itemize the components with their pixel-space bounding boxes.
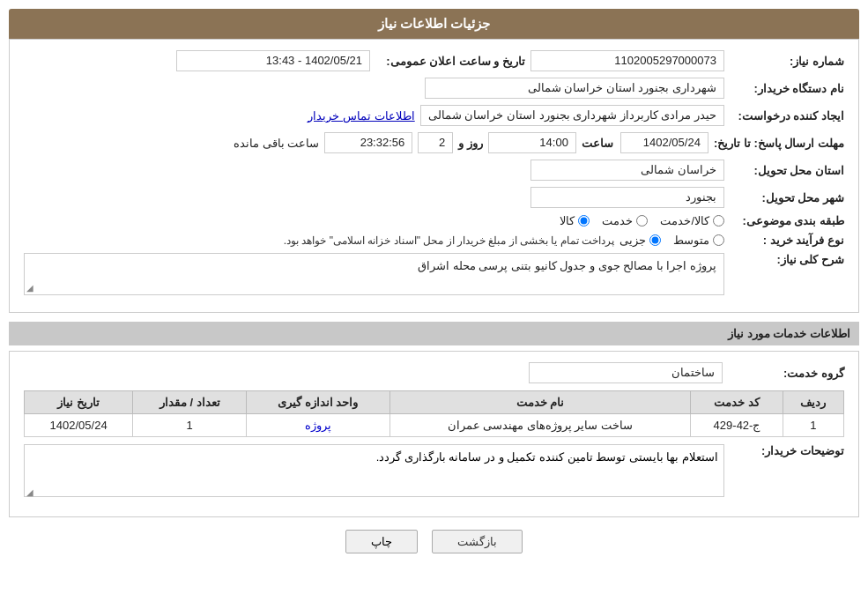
- mohlat-mande-value: 23:32:56: [324, 132, 412, 153]
- sharh-koli-box: پروژه اجرا با مصالح جوی و جدول کانیو بتن…: [24, 253, 724, 295]
- table-cell-2: ساخت سایر پروژه‌های مهندسی عمران: [389, 414, 690, 437]
- tarikh-value: 1402/05/21 - 13:43: [176, 50, 370, 71]
- sharh-koli-label: شرح کلی نیاز:: [730, 253, 844, 266]
- row-ostan: استان محل تحویل: خراسان شمالی: [24, 160, 844, 181]
- button-row: بازگشت چاپ: [9, 530, 859, 553]
- radio-jozei-label: جزیی: [619, 234, 646, 247]
- radio-khadamat[interactable]: [636, 215, 648, 227]
- col-radif: ردیف: [783, 391, 843, 414]
- radio-khadamat-item: خدمت: [602, 214, 648, 227]
- tabaqe-radio-group: کالا/خدمت خدمت کالا: [560, 214, 724, 227]
- noe-farayand-label: نوع فرآیند خرید :: [730, 234, 844, 247]
- radio-jozei[interactable]: [649, 234, 661, 246]
- farayand-radio-group: متوسط جزیی: [619, 234, 724, 247]
- tosih-label: توضیحات خریدار:: [730, 444, 844, 457]
- row-tosih: توضیحات خریدار: ◢: [24, 444, 844, 500]
- col-tarikh: تاریخ نیاز: [25, 391, 133, 414]
- mohlat-mande-label: ساعت باقی مانده: [234, 137, 319, 150]
- radio-jozei-item: جزیی: [619, 234, 661, 247]
- noe-farayand-desc: پرداخت تمام یا بخشی از مبلغ خریدار از مح…: [284, 234, 614, 247]
- radio-khadamat-label: خدمت: [602, 214, 633, 227]
- sharh-koli-value: پروژه اجرا با مصالح جوی و جدول کانیو بتن…: [418, 259, 716, 272]
- row-tabaqe: طبقه بندی موضوعی: کالا/خدمت خدمت کالا: [24, 214, 844, 227]
- khadamat-box: گروه خدمت: ساختمان ردیف کد خدمت نام خدمت…: [9, 351, 859, 517]
- mohlat-saat-label: ساعت: [582, 137, 613, 150]
- khadamat-info-label: اطلاعات خدمات مورد نیاز: [728, 327, 850, 340]
- page-wrapper: جزئیات اطلاعات نیاز شماره نیاز: 11020052…: [0, 0, 868, 568]
- table-cell-0: 1: [783, 414, 843, 437]
- radio-kala-label: کالا: [560, 214, 575, 227]
- ijad-konnande-label: ایجاد کننده درخواست:: [730, 109, 844, 123]
- row-noe-farayand: نوع فرآیند خرید : متوسط جزیی پرداخت تمام…: [24, 234, 844, 247]
- radio-kala-khadamat-item: کالا/خدمت: [660, 214, 724, 227]
- back-button[interactable]: بازگشت: [432, 530, 523, 553]
- print-button[interactable]: چاپ: [345, 530, 418, 553]
- mohlat-date-value: 1402/05/24: [620, 132, 708, 153]
- table-cell-1: ج-42-429: [691, 414, 783, 437]
- group-row: گروه خدمت: ساختمان: [24, 362, 844, 383]
- radio-kala-khadamat-label: کالا/خدمت: [660, 214, 709, 227]
- mohlat-roz-value: 2: [418, 132, 453, 153]
- khadamat-section-header: اطلاعات خدمات مورد نیاز: [9, 322, 859, 345]
- col-tedad: تعداد / مقدار: [133, 391, 247, 414]
- mohlat-label: مهلت ارسال پاسخ: تا تاریخ:: [714, 137, 844, 150]
- resize-handle[interactable]: ◢: [26, 283, 33, 293]
- ijad-konnande-value: حیدر مرادی کاربرداز شهرداری بجنورد استان…: [420, 105, 724, 126]
- row-nam-dastgah: نام دستگاه خریدار: شهرداری بجنورد استان …: [24, 78, 844, 99]
- row-sharh-koli: شرح کلی نیاز: پروژه اجرا با مصالح جوی و …: [24, 253, 844, 295]
- row-shomare-tarikh: شماره نیاز: 1102005297000073 تاریخ و ساع…: [24, 50, 844, 71]
- nam-dastgah-value: شهرداری بجنورد استان خراسان شمالی: [425, 78, 724, 99]
- shahr-label: شهر محل تحویل:: [730, 191, 844, 204]
- ostan-label: استان محل تحویل:: [730, 164, 844, 177]
- main-content-box: شماره نیاز: 1102005297000073 تاریخ و ساع…: [9, 39, 859, 313]
- table-cell-4: 1: [133, 414, 247, 437]
- table-cell-5: 1402/05/24: [25, 414, 133, 437]
- radio-kala[interactable]: [578, 215, 590, 227]
- col-kod: کد خدمت: [691, 391, 783, 414]
- radio-kala-item: کالا: [560, 214, 590, 227]
- section-title: جزئیات اطلاعات نیاز: [378, 16, 490, 31]
- grohe-khadamat-value: ساختمان: [529, 362, 723, 383]
- tosih-box: ◢: [24, 444, 724, 500]
- table-row: 1ج-42-429ساخت سایر پروژه‌های مهندسی عمرا…: [25, 414, 844, 437]
- nam-dastgah-label: نام دستگاه خریدار:: [730, 82, 844, 95]
- radio-kala-khadamat[interactable]: [713, 215, 724, 227]
- row-ijad-konnande: ایجاد کننده درخواست: حیدر مرادی کاربرداز…: [24, 105, 844, 126]
- shomare-niaz-label: شماره نیاز:: [730, 55, 844, 68]
- tarikh-label: تاریخ و ساعت اعلان عمومی:: [375, 55, 525, 68]
- textarea-resize-handle[interactable]: ◢: [26, 487, 33, 497]
- ostan-value: خراسان شمالی: [530, 160, 724, 181]
- radio-motavaset-label: متوسط: [673, 234, 709, 247]
- mohlat-saat-value: 14:00: [488, 132, 576, 153]
- table-header-row: ردیف کد خدمت نام خدمت واحد اندازه گیری ت…: [25, 391, 844, 414]
- mohlat-roz-label: روز و: [458, 137, 483, 150]
- radio-motavaset[interactable]: [713, 234, 724, 246]
- shomare-niaz-value: 1102005297000073: [530, 50, 724, 71]
- shahr-value: بجنورد: [530, 187, 724, 208]
- services-table: ردیف کد خدمت نام خدمت واحد اندازه گیری ت…: [24, 390, 844, 437]
- row-shahr: شهر محل تحویل: بجنورد: [24, 187, 844, 208]
- row-mohlat: مهلت ارسال پاسخ: تا تاریخ: 1402/05/24 سا…: [24, 132, 844, 153]
- etelaatTamas-link[interactable]: اطلاعات تماس خریدار: [308, 109, 414, 123]
- section-header: جزئیات اطلاعات نیاز: [9, 9, 859, 39]
- col-nam: نام خدمت: [389, 391, 690, 414]
- grohe-khadamat-label: گروه خدمت:: [730, 367, 844, 380]
- col-vahed: واحد اندازه گیری: [247, 391, 389, 414]
- tosih-textarea[interactable]: [24, 444, 724, 497]
- tabaqe-label: طبقه بندی موضوعی:: [730, 214, 844, 227]
- radio-motavaset-item: متوسط: [673, 234, 724, 247]
- table-cell-3: پروژه: [247, 414, 389, 437]
